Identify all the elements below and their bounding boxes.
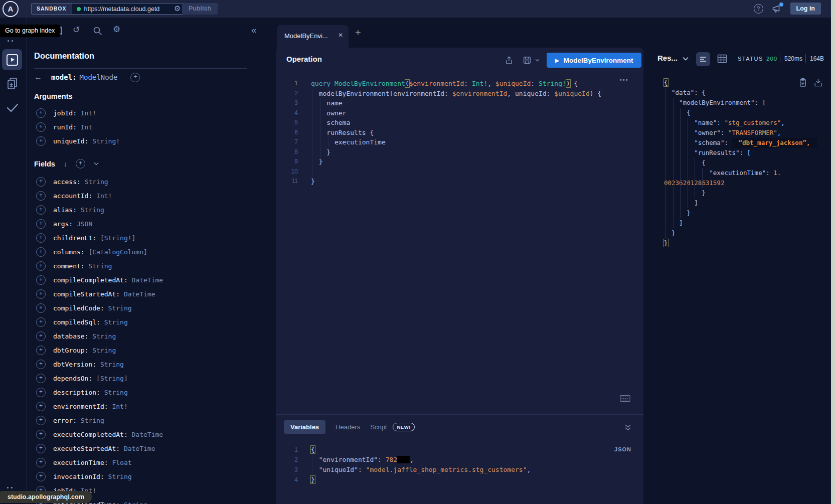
sort-fields-icon[interactable]: ↓ (64, 160, 67, 168)
add-to-operation-button[interactable]: + (36, 331, 46, 341)
announcements-button[interactable] (772, 4, 782, 13)
type-value-link[interactable]: ModelNode (80, 73, 118, 81)
argument-row[interactable]: +uniqueId: String! (36, 134, 120, 148)
save-options-chevron-icon[interactable] (535, 59, 540, 62)
field-row[interactable]: +invocationId: String (36, 469, 132, 483)
arguments-section-title: Arguments (34, 92, 73, 100)
settings-gear-icon[interactable]: ⚙ (113, 24, 120, 35)
view-table-toggle[interactable] (717, 54, 727, 63)
argument-row[interactable]: +jobId: Int! (36, 106, 96, 120)
close-tab-icon[interactable]: ✕ (338, 32, 343, 39)
response-json-viewer[interactable]: { "data": { "modelByEnvironment": [ { "n… (664, 78, 817, 248)
search-icon[interactable] (93, 26, 102, 36)
tab-headers[interactable]: Headers (336, 423, 360, 431)
field-row[interactable]: +accountId: Int! (36, 189, 112, 203)
field-row[interactable]: +executionTime: Float (36, 455, 132, 469)
field-row[interactable]: +args: JSON (36, 217, 92, 231)
add-to-operation-button[interactable]: + (36, 191, 46, 201)
field-row[interactable]: +compileStartedAt: DateTime (36, 287, 155, 301)
operation-editor[interactable]: query ModelByEnvironment($environmentId:… (311, 79, 601, 187)
field-row[interactable]: +description: String (36, 385, 128, 399)
field-row[interactable]: +compiledSql: String (36, 315, 128, 329)
code-line: } (664, 238, 817, 248)
endpoint-url-input[interactable]: https://metadata.cloud.getd ⚙ (72, 3, 185, 15)
field-row[interactable]: +columns: [CatalogColumn] (36, 245, 147, 259)
field-row[interactable]: +executeCompletedAt: DateTime (36, 427, 163, 441)
add-to-operation-button[interactable]: + (36, 374, 46, 383)
sidebar-item-checks[interactable] (6, 102, 20, 113)
add-to-operation-button[interactable]: + (36, 430, 46, 439)
field-row[interactable]: +executeStartedAt: DateTime (36, 441, 155, 455)
keyboard-shortcuts-icon[interactable] (620, 395, 630, 402)
back-arrow-icon[interactable]: ← (34, 73, 51, 82)
add-to-operation-button[interactable]: + (36, 122, 46, 132)
add-to-operation-button[interactable]: + (36, 233, 46, 243)
endpoint-url-text[interactable]: https://metadata.cloud.getd (84, 6, 171, 13)
field-signature: columns: [CatalogColumn] (53, 248, 147, 256)
add-to-operation-button[interactable]: + (36, 472, 46, 481)
field-row[interactable]: +alias: String (36, 203, 104, 217)
code-line: ] (664, 198, 817, 208)
history-icon[interactable]: ↺ (73, 25, 80, 35)
field-row[interactable]: +compiledCode: String (36, 301, 132, 315)
field-row[interactable]: +access: String (36, 175, 108, 189)
field-row[interactable]: +dbtGroup: String (36, 343, 116, 357)
add-to-operation-button[interactable]: + (36, 317, 46, 327)
tab-modelbyenvironment[interactable]: ModelByEnvi... ✕ (277, 25, 349, 49)
add-to-operation-button[interactable]: + (36, 205, 46, 215)
field-row[interactable]: +error: String (36, 413, 104, 427)
share-icon[interactable] (505, 56, 514, 65)
add-to-operation-button[interactable]: + (36, 108, 46, 118)
variables-editor[interactable]: { "environmentId": 782, "uniqueId": "mod… (311, 445, 531, 485)
help-icon[interactable]: ? (754, 4, 763, 14)
field-row[interactable]: +dbtVersion: String (36, 357, 124, 371)
connection-settings-icon[interactable]: ⚙ (174, 4, 181, 13)
add-to-operation-button[interactable]: + (36, 360, 46, 369)
chevron-down-icon[interactable] (94, 162, 99, 165)
add-to-operation-button[interactable]: + (36, 219, 46, 229)
tab-script[interactable]: Script (370, 423, 387, 431)
code-line: "executionTime": 1. (664, 168, 817, 178)
collapse-section-icon[interactable] (624, 424, 631, 431)
field-row[interactable]: +comment: String (36, 259, 112, 273)
line-number: 1 (287, 79, 298, 89)
add-to-operation-button[interactable]: + (36, 261, 46, 271)
sidebar-item-explorer[interactable] (2, 49, 22, 70)
field-row[interactable]: +environmentId: Int! (36, 399, 128, 413)
add-to-operation-button[interactable]: + (36, 444, 46, 453)
add-to-operation-button[interactable]: + (36, 346, 46, 355)
save-icon[interactable] (523, 56, 532, 65)
indent-guide (320, 98, 320, 166)
add-to-operation-button[interactable]: + (36, 136, 46, 146)
publish-button[interactable]: Publish (182, 3, 218, 15)
run-operation-button[interactable]: ▶ ModelByEnvironment (547, 53, 641, 68)
add-to-operation-button[interactable]: + (36, 177, 46, 187)
add-fields-button[interactable]: + (76, 159, 85, 169)
code-line: owner (311, 108, 601, 118)
tab-variables[interactable]: Variables (284, 420, 325, 434)
editor-options-icon[interactable]: ••• (620, 77, 629, 83)
add-to-operation-button[interactable]: + (36, 458, 46, 467)
add-to-operation-button[interactable]: + (36, 289, 46, 299)
add-to-operation-button[interactable]: + (36, 416, 46, 425)
add-to-operation-button[interactable]: + (36, 303, 46, 313)
field-row[interactable]: +database: String (36, 329, 116, 343)
collapse-panel-icon[interactable]: « (251, 25, 257, 36)
apollo-logo[interactable]: A (3, 1, 19, 17)
argument-row[interactable]: +runId: Int (36, 120, 92, 134)
view-json-toggle[interactable] (696, 52, 710, 66)
field-row[interactable]: +compileCompletedAt: DateTime (36, 273, 163, 287)
new-tab-button[interactable]: + (355, 27, 361, 39)
field-row[interactable]: +childrenL1: [String!] (36, 231, 135, 245)
add-to-operation-button[interactable]: + (36, 388, 46, 397)
field-row[interactable]: +dependsOn: [String] (36, 371, 128, 385)
add-all-fields-button[interactable]: + (130, 73, 140, 82)
sidebar-item-schema[interactable] (6, 77, 19, 91)
add-to-operation-button[interactable]: + (36, 247, 46, 257)
add-to-operation-button[interactable]: + (36, 275, 46, 285)
response-dropdown-chevron-icon[interactable] (683, 57, 689, 61)
add-to-operation-button[interactable]: + (36, 402, 46, 411)
login-button[interactable]: Log in (790, 3, 821, 15)
field-signature: database: String (53, 332, 116, 340)
code-token: , (777, 129, 781, 136)
